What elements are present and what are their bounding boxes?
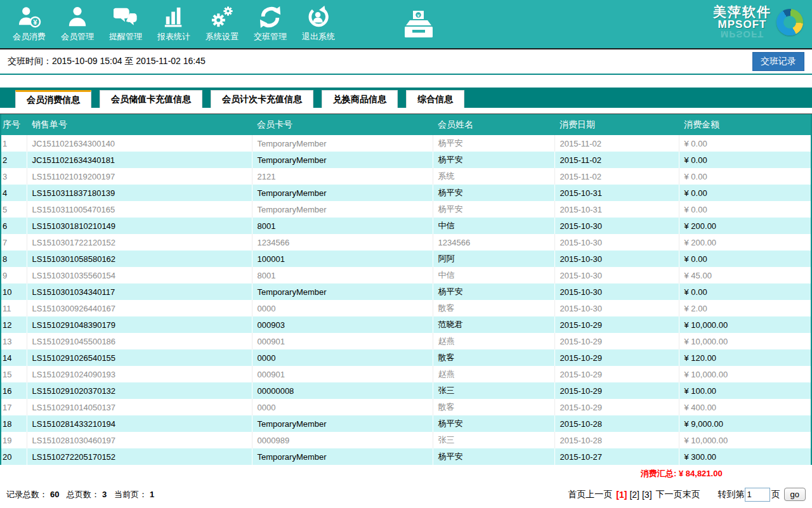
- records-value: 60: [50, 490, 59, 499]
- table-cell: TemporaryMember: [252, 283, 433, 300]
- pagination-page[interactable]: [3]: [642, 490, 652, 500]
- table-cell: ¥ 2.00: [679, 300, 811, 316]
- table-cell: 2015-11-02: [554, 168, 679, 185]
- tab[interactable]: 综合信息: [406, 90, 464, 108]
- tab[interactable]: 会员储值卡充值信息: [100, 90, 202, 108]
- pagination-prev[interactable]: 上一页: [586, 489, 612, 500]
- table-cell: LS1510301722120152: [27, 234, 252, 251]
- table-cell: 1234566: [252, 234, 433, 251]
- table-cell: 0000: [252, 349, 433, 366]
- table-cell: 2015-10-29: [554, 349, 679, 366]
- table-cell: ¥ 0.00: [679, 168, 811, 185]
- top-header: ¥ 会员消费 会员管理 提醒管理: [0, 0, 812, 49]
- table-row: 4LS1510311837180139TemporaryMember杨平安201…: [1, 185, 811, 201]
- tab[interactable]: 会员计次卡充值信息: [211, 90, 313, 108]
- table-cell: LS1510291026540155: [27, 349, 252, 366]
- pagination-last[interactable]: 末页: [683, 489, 700, 500]
- table-cell: 散客: [433, 300, 554, 316]
- table-cell: 11: [1, 300, 27, 316]
- pagination: 首页 上一页 [1][2][3] 下一页 末页 转到第 页 go: [568, 488, 806, 502]
- menu-item-exit-system[interactable]: 退出系统: [294, 4, 343, 44]
- table-cell: 赵燕: [433, 333, 554, 349]
- table-cell: ¥ 0.00: [679, 185, 811, 201]
- table-row: 11LS15103009264401670000散客2015-10-30¥ 2.…: [1, 300, 811, 316]
- table-cell: 张三: [433, 432, 554, 448]
- goto-page-input[interactable]: [745, 488, 770, 502]
- table-cell: 2015-10-29: [554, 316, 679, 333]
- brand-name-cn: 美萍软件: [713, 5, 771, 19]
- table-cell: 12: [1, 316, 27, 333]
- table-row: 16LS151029102037013200000008张三2015-10-29…: [1, 382, 811, 399]
- table-header-row: 序号 销售单号 会员卡号 会员姓名 消费日期 消费金额: [1, 114, 811, 135]
- table-cell: 杨平安: [433, 185, 554, 201]
- table-cell: ¥ 200.00: [679, 234, 811, 251]
- table-cell: ¥ 10,000.00: [679, 316, 811, 333]
- menu-item-report-stats[interactable]: 报表统计: [150, 4, 198, 44]
- menu-item-reminder-manage[interactable]: 提醒管理: [102, 4, 150, 44]
- table-cell: ¥ 10,000.00: [679, 432, 811, 448]
- col-header-amount: 消费金额: [679, 114, 811, 135]
- tab[interactable]: 会员消费信息: [15, 90, 91, 108]
- table-cell: 000901: [252, 333, 433, 349]
- table-cell: 5: [1, 201, 27, 218]
- table-cell: 16: [1, 382, 27, 399]
- table-cell: 杨平安: [433, 415, 554, 432]
- table-cell: 2015-10-29: [554, 382, 679, 399]
- table-row: 5LS1510311005470165TemporaryMember杨平安201…: [1, 201, 811, 218]
- shift-record-button[interactable]: 交班记录: [752, 52, 804, 71]
- table-cell: LS1510301810210149: [27, 218, 252, 234]
- table-cell: ¥ 0.00: [679, 135, 811, 152]
- cash-register-button[interactable]: ¥: [400, 4, 438, 44]
- reminder-manage-icon: [114, 6, 138, 29]
- shift-time-bar: 交班时间：2015-10-09 15:04 至 2015-11-02 16:45…: [0, 49, 812, 75]
- table-cell: ¥ 10,000.00: [679, 366, 811, 382]
- table-cell: 2015-10-30: [554, 283, 679, 300]
- pagination-page[interactable]: [1]: [616, 490, 627, 500]
- table-row: 17LS15102910140501370000散客2015-10-29¥ 40…: [1, 399, 811, 415]
- pages-label: 总页数：: [67, 490, 100, 499]
- go-button[interactable]: go: [784, 488, 806, 501]
- menu-label: 报表统计: [157, 31, 190, 42]
- pages-value: 3: [102, 490, 107, 499]
- member-manage-icon: [65, 6, 89, 29]
- summary-value: ¥ 84,821.00: [679, 469, 723, 478]
- table-cell: LS1510311005470165: [27, 201, 252, 218]
- table-row: 7LS1510301722120152123456612345662015-10…: [1, 234, 811, 251]
- table-row: 19LS15102810304601970000989张三2015-10-28¥…: [1, 432, 811, 448]
- table-cell: LS1510291014050137: [27, 399, 252, 415]
- table-cell: ¥ 0.00: [679, 251, 811, 267]
- table-cell: 2015-10-30: [554, 267, 679, 283]
- pagination-next[interactable]: 下一页: [656, 489, 683, 500]
- table-cell: 2015-10-30: [554, 300, 679, 316]
- table-row: 14LS15102910265401550000散客2015-10-29¥ 12…: [1, 349, 811, 366]
- pagination-first[interactable]: 首页: [568, 489, 586, 500]
- table-cell: LS1510291048390179: [27, 316, 252, 333]
- menu-item-member-consume[interactable]: ¥ 会员消费: [5, 4, 53, 44]
- table-cell: 2015-10-29: [554, 366, 679, 382]
- system-settings-icon: [210, 6, 234, 29]
- tab[interactable]: 兑换商品信息: [322, 90, 398, 108]
- summary-row: 消费汇总: ¥ 84,821.00: [0, 465, 812, 483]
- table-cell: 2015-10-29: [554, 333, 679, 349]
- table-cell: 10: [1, 283, 27, 300]
- table-cell: JC1511021634300140: [27, 135, 252, 152]
- table-cell: 0000989: [252, 432, 433, 448]
- menu-item-system-settings[interactable]: 系统设置: [198, 4, 246, 44]
- table-cell: 2: [1, 152, 27, 168]
- pagination-page[interactable]: [2]: [629, 490, 639, 500]
- table-cell: ¥ 9,000.00: [679, 415, 811, 432]
- record-stats: 记录总数：60 总页数：3 当前页：1: [6, 489, 154, 500]
- table-cell: ¥ 0.00: [679, 201, 811, 218]
- col-header-date: 消费日期: [554, 114, 679, 135]
- bottom-bar: 记录总数：60 总页数：3 当前页：1 首页 上一页 [1][2][3] 下一页…: [0, 483, 812, 506]
- table-cell: ¥ 100.00: [679, 382, 811, 399]
- table-cell: LS1510301035560154: [27, 267, 252, 283]
- table-cell: 9: [1, 267, 27, 283]
- table-row: 12LS1510291048390179000903范晓君2015-10-29¥…: [1, 316, 811, 333]
- table-row: 18LS1510281433210194TemporaryMember杨平安20…: [1, 415, 811, 432]
- menu-item-shift-manage[interactable]: 交班管理: [246, 4, 294, 44]
- table-cell: 000901: [252, 366, 433, 382]
- menu-item-member-manage[interactable]: 会员管理: [53, 4, 102, 44]
- shift-time-text: 交班时间：2015-10-09 15:04 至 2015-11-02 16:45: [8, 56, 206, 67]
- col-header-member-name: 会员姓名: [433, 114, 554, 135]
